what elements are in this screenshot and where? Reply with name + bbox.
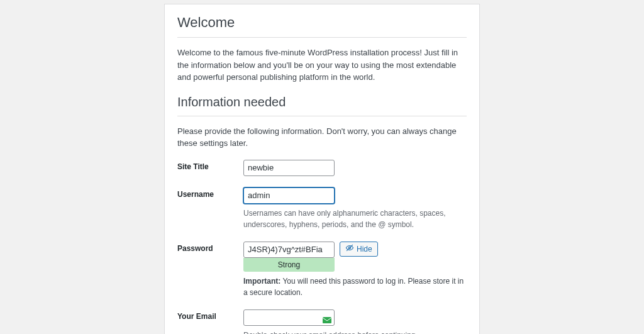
- username-input[interactable]: [243, 187, 335, 204]
- hide-button-label: Hide: [357, 245, 372, 253]
- email-label: Your Email: [177, 309, 243, 334]
- welcome-intro: Welcome to the famous five-minute WordPr…: [177, 47, 467, 84]
- autofill-indicator-icon: [323, 315, 331, 321]
- install-form: Site Title Username Usernames can have o…: [177, 160, 467, 335]
- email-hint: Double-check your email address before c…: [243, 330, 467, 334]
- hide-password-button[interactable]: Hide: [340, 242, 378, 257]
- email-input[interactable]: [243, 309, 335, 326]
- site-title-label: Site Title: [177, 160, 243, 187]
- password-label: Password: [177, 242, 243, 309]
- password-important-label: Important:: [243, 277, 280, 286]
- eye-slash-icon: [345, 243, 354, 254]
- username-label: Username: [177, 187, 243, 242]
- info-intro: Please provide the following information…: [177, 125, 467, 150]
- username-hint: Usernames can have only alphanumeric cha…: [243, 208, 467, 230]
- password-group: Strong: [243, 242, 335, 272]
- welcome-heading: Welcome: [177, 14, 467, 38]
- info-heading: Information needed: [177, 95, 467, 116]
- site-title-input[interactable]: [243, 160, 335, 176]
- password-input[interactable]: [243, 242, 335, 258]
- password-important-note: Important: You will need this password t…: [243, 276, 467, 298]
- svg-rect-2: [323, 317, 331, 323]
- install-panel: Welcome Welcome to the famous five-minut…: [164, 4, 480, 334]
- password-strength-meter: Strong: [243, 258, 335, 272]
